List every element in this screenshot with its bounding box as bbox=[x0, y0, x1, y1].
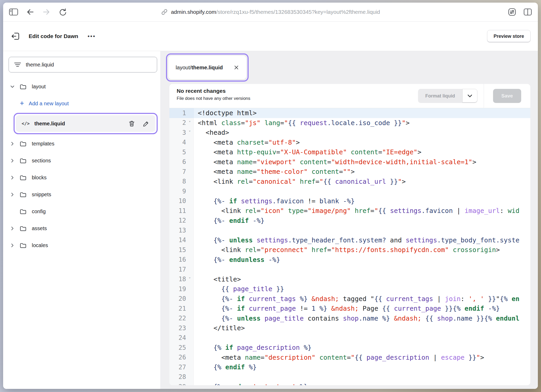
sidebar-folder-snippets[interactable]: snippets bbox=[3, 186, 160, 203]
sidebar-folder-locales[interactable]: locales bbox=[3, 237, 160, 254]
code-line-13[interactable]: 13 bbox=[169, 225, 530, 235]
reload-icon[interactable] bbox=[58, 8, 67, 16]
code-line-16[interactable]: 16 {%- endunless -%} bbox=[169, 255, 530, 265]
active-tab-highlight-ring: layout/theme.liquid bbox=[166, 53, 249, 82]
code-line-29[interactable]: 29 {% render 'meta-tags' %} bbox=[169, 382, 530, 385]
url-host: admin.shopify.com bbox=[171, 9, 216, 15]
folder-icon bbox=[19, 191, 27, 198]
code-text: <meta http-equiv="X-UA-Compatible" conte… bbox=[194, 147, 421, 157]
code-line-8[interactable]: 8 <link rel="canonical" href="{{ canonic… bbox=[169, 177, 530, 187]
code-line-5[interactable]: 5 <meta http-equiv="X-UA-Compatible" con… bbox=[169, 147, 530, 157]
folder-name-label: config bbox=[32, 209, 46, 215]
code-line-26[interactable]: 26 <meta name="description" content="{{ … bbox=[169, 353, 530, 363]
tab-strip: layout/theme.liquid bbox=[160, 51, 538, 84]
code-line-3[interactable]: 3˅ <head> bbox=[169, 128, 530, 138]
page-settings-icon[interactable] bbox=[508, 8, 517, 16]
code-line-21[interactable]: 21 {%- if current_page != 1 %} &ndash; P… bbox=[169, 304, 530, 314]
code-file-icon: </> bbox=[22, 121, 30, 126]
code-text: </title> bbox=[194, 323, 245, 333]
code-line-9[interactable]: 9 bbox=[169, 186, 530, 196]
tab-layout-theme-liquid[interactable]: layout/theme.liquid bbox=[168, 56, 246, 79]
sidebar-folder-templates[interactable]: templates bbox=[3, 135, 160, 152]
line-number: 14 bbox=[169, 235, 194, 245]
code-line-6[interactable]: 6 <meta name="viewport" content="width=d… bbox=[169, 157, 530, 167]
code-line-22[interactable]: 22 {%- unless page_title contains shop.n… bbox=[169, 314, 530, 323]
code-line-2[interactable]: 2˅<html class="js" lang="{{ request.loca… bbox=[169, 118, 530, 128]
address-bar[interactable]: admin.shopify.com/store/rzq1xu-f5/themes… bbox=[161, 3, 380, 21]
line-number: 12 bbox=[169, 216, 194, 226]
sidebar-item-theme-liquid[interactable]: </>theme.liquid bbox=[16, 115, 155, 132]
code-line-15[interactable]: 15 <link rel="preconnect" href="https://… bbox=[169, 245, 530, 255]
file-search-input[interactable]: theme.liquid bbox=[9, 57, 157, 72]
sidebar-folder-assets[interactable]: assets bbox=[3, 220, 160, 237]
code-text: {%- endunless -%} bbox=[194, 255, 280, 265]
line-number: 10 bbox=[169, 196, 194, 206]
code-line-10[interactable]: 10 {%- if settings.favicon != blank -%} bbox=[169, 196, 530, 206]
exit-icon[interactable] bbox=[10, 31, 21, 41]
line-number: 4 bbox=[169, 138, 194, 148]
line-number: 1 bbox=[169, 108, 194, 118]
code-line-25[interactable]: 25 {% if page_description %} bbox=[169, 343, 530, 353]
delete-icon[interactable] bbox=[128, 120, 135, 127]
fold-chevron-icon[interactable]: ˅ bbox=[186, 130, 193, 135]
code-text: <!doctype html> bbox=[194, 108, 257, 118]
folder-name-label: sections bbox=[32, 158, 51, 164]
sidebar-toggle-icon[interactable] bbox=[9, 8, 18, 16]
code-text bbox=[194, 372, 198, 382]
code-line-12[interactable]: 12 {%- endif -%} bbox=[169, 216, 530, 226]
line-number: 28 bbox=[169, 372, 194, 382]
line-number: 5 bbox=[169, 147, 194, 157]
browser-toolbar: admin.shopify.com/store/rzq1xu-f5/themes… bbox=[3, 3, 538, 22]
tab-close-icon[interactable] bbox=[234, 65, 239, 70]
chevron-down-icon bbox=[10, 84, 15, 89]
file-sidebar: theme.liquid layout+Add a new layout</>t… bbox=[3, 51, 160, 389]
code-line-14[interactable]: 14 {%- unless settings.type_header_font.… bbox=[169, 235, 530, 245]
add-new-layout-label: Add a new layout bbox=[29, 101, 69, 107]
code-line-19[interactable]: 19 {{ page_title }} bbox=[169, 284, 530, 294]
chevron-right-icon bbox=[10, 141, 15, 146]
code-line-1[interactable]: 1<!doctype html> bbox=[169, 108, 530, 118]
code-text: {% endif %} bbox=[194, 362, 257, 372]
format-liquid-dropdown-button[interactable] bbox=[462, 89, 477, 103]
code-text bbox=[194, 225, 198, 235]
save-button[interactable]: Save bbox=[493, 89, 521, 103]
split-view-icon[interactable] bbox=[523, 8, 532, 16]
code-line-17[interactable]: 17 bbox=[169, 265, 530, 274]
code-line-27[interactable]: 27 {% endif %} bbox=[169, 362, 530, 372]
code-editor[interactable]: 1<!doctype html>2˅<html class="js" lang=… bbox=[169, 108, 530, 385]
app-header: Edit code for Dawn ••• Preview store bbox=[3, 22, 538, 51]
code-line-24[interactable]: 24 bbox=[169, 333, 530, 343]
code-line-4[interactable]: 4 <meta charset="utf-8"> bbox=[169, 138, 530, 148]
folder-name-label: snippets bbox=[32, 192, 51, 198]
code-text: {% render 'meta-tags' %} bbox=[194, 382, 308, 385]
folder-icon bbox=[19, 242, 27, 249]
code-line-7[interactable]: 7 <meta name="theme-color" content=""> bbox=[169, 167, 530, 177]
more-actions-button[interactable]: ••• bbox=[86, 33, 97, 39]
folder-icon bbox=[19, 174, 27, 181]
fold-chevron-icon[interactable]: ˅ bbox=[186, 277, 193, 282]
preview-store-button[interactable]: Preview store bbox=[487, 30, 531, 42]
code-line-28[interactable]: 28 bbox=[169, 372, 530, 382]
filter-icon bbox=[14, 62, 21, 67]
sidebar-folder-sections[interactable]: sections bbox=[3, 152, 160, 169]
add-new-layout-button[interactable]: +Add a new layout bbox=[3, 95, 160, 112]
code-line-23[interactable]: 23 </title> bbox=[169, 323, 530, 333]
code-line-20[interactable]: 20 {%- if current_tags %} &ndash; tagged… bbox=[169, 294, 530, 304]
line-number: 24 bbox=[169, 333, 194, 343]
sidebar-folder-blocks[interactable]: blocks bbox=[3, 169, 160, 186]
version-header: No recent changes File does not have any… bbox=[169, 84, 530, 108]
format-liquid-button[interactable]: Format liquid bbox=[418, 89, 462, 103]
sidebar-folder-config[interactable]: config bbox=[3, 203, 160, 220]
fold-chevron-icon[interactable]: ˅ bbox=[186, 120, 193, 125]
code-line-11[interactable]: 11 <link rel="icon" type="image/png" hre… bbox=[169, 206, 530, 216]
forward-icon bbox=[42, 8, 51, 16]
sidebar-folder-layout[interactable]: layout bbox=[3, 78, 160, 95]
back-icon[interactable] bbox=[26, 8, 34, 16]
folder-name-label: assets bbox=[32, 225, 47, 231]
rename-icon[interactable] bbox=[143, 120, 150, 127]
code-text: {%- if current_page != 1 %} &ndash; Page… bbox=[194, 304, 500, 314]
line-number: 25 bbox=[169, 343, 194, 353]
code-line-18[interactable]: 18˅ <title> bbox=[169, 274, 530, 284]
version-status-subtitle: File does not have any other versions bbox=[177, 96, 418, 101]
line-number: 19 bbox=[169, 284, 194, 294]
